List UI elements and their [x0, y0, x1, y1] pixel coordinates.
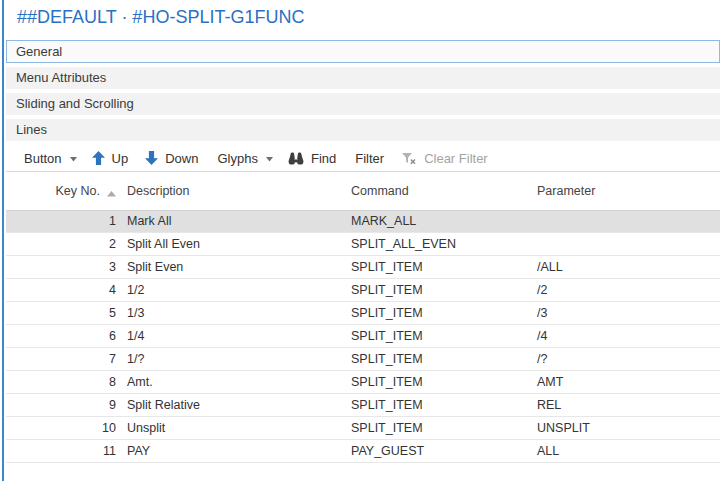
- page-content: ##DEFAULT · #HO-SPLIT-G1FUNC General Men…: [6, 0, 720, 481]
- cell-command: SPLIT_ITEM: [342, 394, 528, 416]
- section-header-menu-attributes[interactable]: Menu Attributes: [6, 67, 720, 89]
- filter-button[interactable]: Filter: [353, 151, 386, 166]
- cell-command: SPLIT_ITEM: [342, 325, 528, 347]
- cell-description: PAY: [118, 440, 342, 462]
- cell-key-no: 1: [6, 211, 118, 232]
- section-label: Menu Attributes: [16, 70, 106, 85]
- cell-command: PAY_GUEST: [342, 440, 528, 462]
- cell-description: Split Relative: [118, 394, 342, 416]
- cell-command: MARK_ALL: [342, 211, 528, 232]
- cell-description: Split All Even: [118, 233, 342, 255]
- column-header-command[interactable]: Command: [342, 184, 528, 198]
- cell-parameter: [528, 233, 720, 255]
- cell-parameter: ALL: [528, 440, 720, 462]
- column-header-label: Command: [351, 184, 409, 198]
- section-header-general[interactable]: General: [6, 40, 720, 63]
- clear-filter-label: Clear Filter: [424, 151, 488, 166]
- table-row[interactable]: 7 1/? SPLIT_ITEM /?: [6, 348, 720, 371]
- cell-parameter: /?: [528, 348, 720, 370]
- cell-parameter: /3: [528, 302, 720, 324]
- column-header-label: Description: [127, 184, 190, 198]
- cell-parameter: /4: [528, 325, 720, 347]
- table-header-row: Key No. Description Command Parameter: [6, 172, 720, 210]
- cell-parameter: /2: [528, 279, 720, 301]
- cell-parameter: /ALL: [528, 256, 720, 278]
- table-row[interactable]: 1 Mark All MARK_ALL: [6, 210, 720, 233]
- cell-description: 1/2: [118, 279, 342, 301]
- move-up-button[interactable]: Up: [92, 151, 131, 166]
- cell-key-no: 7: [6, 348, 118, 370]
- cell-description: Amt.: [118, 371, 342, 393]
- column-header-parameter[interactable]: Parameter: [528, 184, 720, 198]
- button-menu-label: Button: [24, 151, 62, 166]
- cell-key-no: 10: [6, 417, 118, 439]
- button-menu-button[interactable]: Button: [22, 151, 77, 166]
- table-row[interactable]: 6 1/4 SPLIT_ITEM /4: [6, 325, 720, 348]
- binoculars-find-icon: [288, 152, 304, 165]
- column-header-label: Parameter: [537, 184, 595, 198]
- find-button[interactable]: Find: [288, 151, 338, 166]
- chevron-down-icon: [70, 157, 77, 162]
- section-label: Lines: [16, 122, 47, 137]
- cell-command: SPLIT_ITEM: [342, 302, 528, 324]
- up-arrow-icon: [92, 151, 105, 165]
- table-row[interactable]: 8 Amt. SPLIT_ITEM AMT: [6, 371, 720, 394]
- cell-description: Mark All: [118, 211, 342, 232]
- cell-command: SPLIT_ITEM: [342, 256, 528, 278]
- glyphs-menu-label: Glyphs: [217, 151, 257, 166]
- fasttab-sections: General Menu Attributes Sliding and Scro…: [6, 40, 720, 141]
- cell-description: Unsplit: [118, 417, 342, 439]
- glyphs-menu-button[interactable]: Glyphs: [215, 151, 272, 166]
- table-row[interactable]: 9 Split Relative SPLIT_ITEM REL: [6, 394, 720, 417]
- sort-ascending-icon: [107, 186, 116, 200]
- cell-key-no: 5: [6, 302, 118, 324]
- cell-description: Split Even: [118, 256, 342, 278]
- column-header-label: Key No.: [56, 184, 100, 198]
- cell-parameter: REL: [528, 394, 720, 416]
- lines-toolbar: Button Up Down Glyphs: [6, 145, 720, 172]
- table-row[interactable]: 2 Split All Even SPLIT_ALL_EVEN: [6, 233, 720, 256]
- table-row[interactable]: 5 1/3 SPLIT_ITEM /3: [6, 302, 720, 325]
- move-down-label: Down: [165, 151, 198, 166]
- cell-description: 1/3: [118, 302, 342, 324]
- down-arrow-icon: [145, 151, 158, 165]
- cell-key-no: 11: [6, 440, 118, 462]
- find-label: Find: [311, 151, 336, 166]
- cell-command: SPLIT_ITEM: [342, 348, 528, 370]
- cell-parameter: UNSPLIT: [528, 417, 720, 439]
- table-row[interactable]: 11 PAY PAY_GUEST ALL: [6, 440, 720, 463]
- cell-parameter: [528, 211, 720, 232]
- cell-key-no: 6: [6, 325, 118, 347]
- section-header-sliding-and-scrolling[interactable]: Sliding and Scrolling: [6, 93, 720, 115]
- cell-command: SPLIT_ALL_EVEN: [342, 233, 528, 255]
- section-label: Sliding and Scrolling: [16, 96, 134, 111]
- cell-command: SPLIT_ITEM: [342, 279, 528, 301]
- page-title: ##DEFAULT · #HO-SPLIT-G1FUNC: [6, 0, 720, 32]
- table-body: 1 Mark All MARK_ALL 2 Split All Even SPL…: [6, 210, 720, 463]
- cell-command: SPLIT_ITEM: [342, 371, 528, 393]
- clear-filter-icon: [401, 152, 417, 165]
- cell-command: SPLIT_ITEM: [342, 417, 528, 439]
- table-row[interactable]: 3 Split Even SPLIT_ITEM /ALL: [6, 256, 720, 279]
- clear-filter-button[interactable]: Clear Filter: [401, 151, 490, 166]
- section-label: General: [16, 44, 62, 59]
- filter-label: Filter: [355, 151, 384, 166]
- section-header-lines[interactable]: Lines: [6, 119, 720, 141]
- app-window: ##DEFAULT · #HO-SPLIT-G1FUNC General Men…: [0, 0, 720, 481]
- table-row[interactable]: 4 1/2 SPLIT_ITEM /2: [6, 279, 720, 302]
- cell-key-no: 4: [6, 279, 118, 301]
- table-row[interactable]: 10 Unsplit SPLIT_ITEM UNSPLIT: [6, 417, 720, 440]
- cell-description: 1/4: [118, 325, 342, 347]
- cell-description: 1/?: [118, 348, 342, 370]
- cell-key-no: 8: [6, 371, 118, 393]
- move-up-label: Up: [112, 151, 129, 166]
- window-left-border: [2, 0, 4, 481]
- column-header-description[interactable]: Description: [118, 184, 342, 198]
- cell-key-no: 2: [6, 233, 118, 255]
- move-down-button[interactable]: Down: [145, 151, 200, 166]
- cell-key-no: 3: [6, 256, 118, 278]
- cell-parameter: AMT: [528, 371, 720, 393]
- cell-key-no: 9: [6, 394, 118, 416]
- column-header-key-no[interactable]: Key No.: [6, 183, 118, 200]
- chevron-down-icon: [266, 157, 273, 162]
